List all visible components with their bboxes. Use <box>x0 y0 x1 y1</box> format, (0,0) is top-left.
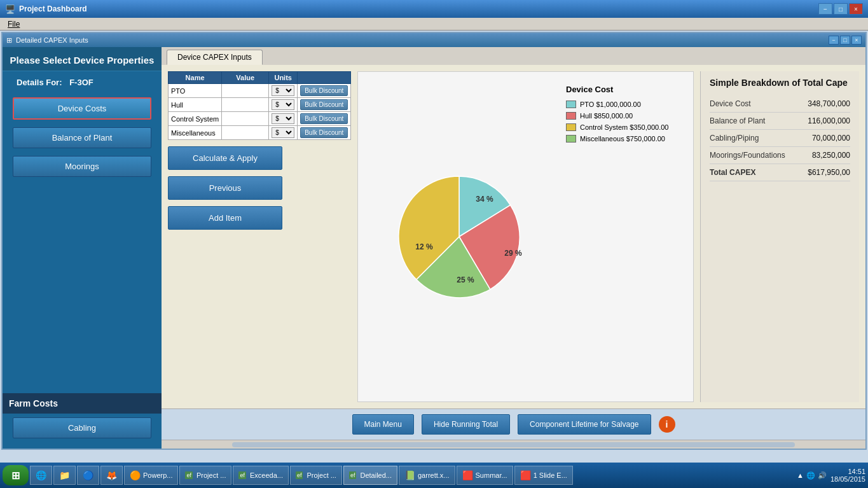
outer-window-title: Project Dashboard <box>19 4 87 13</box>
restore-button[interactable]: □ <box>834 3 848 15</box>
breakdown-label-moorings: Moorings/Foundations <box>710 151 785 160</box>
inner-window: ⊞ Detailed CAPEX Inputs − □ × Please Sel… <box>1 32 867 450</box>
row-name-pto: PTO <box>169 84 222 98</box>
minimize-button[interactable]: − <box>818 3 832 15</box>
bottom-bar: Main Menu Hide Running Total Component L… <box>162 408 865 440</box>
row-name-control: Control System <box>169 112 222 126</box>
capex-table: Name Value Units PTO 1,000,000 <box>168 71 351 140</box>
row-name-hull: Hull <box>169 98 222 112</box>
breakdown-label-cabling: Cabling/Piping <box>710 134 759 143</box>
col-header-name: Name <box>169 72 222 84</box>
farm-costs-label: Farm Costs <box>3 393 162 414</box>
pie-chart: 34 % 29 % 25 % 12 % <box>389 167 529 307</box>
pie-label-pto: 34 % <box>476 195 493 204</box>
outer-window-controls: − □ × <box>818 3 863 15</box>
menu-bar: File <box>0 18 868 31</box>
add-item-button[interactable]: Add Item <box>168 206 282 230</box>
breakdown-row-bop: Balance of Plant 116,000,000 <box>710 113 850 130</box>
legend-item-pto: PTO $1,000,000.00 <box>566 101 680 108</box>
pie-label-hull: 29 % <box>504 249 522 258</box>
inner-minimize-button[interactable]: − <box>829 36 839 45</box>
legend-label-misc: Miscellaneous $750,000.00 <box>580 135 665 143</box>
row-unit-hull[interactable]: $ <box>272 99 294 110</box>
breakdown-label-device: Device Cost <box>710 99 751 108</box>
sidebar-details: Details For: F-3OF <box>3 71 162 94</box>
pie-container: 34 % 29 % 25 % 12 % <box>364 78 553 395</box>
breakdown-row-device: Device Cost 348,700,000 <box>710 95 850 113</box>
main-panel: Name Value Units PTO 1,000,000 <box>162 65 865 408</box>
row-unit-control[interactable]: $ <box>272 113 294 124</box>
close-button[interactable]: × <box>849 3 863 15</box>
calculate-apply-button[interactable]: Calculate & Apply <box>168 146 282 170</box>
legend-item-hull: Hull $850,000.00 <box>566 112 680 120</box>
col-header-value: Value <box>222 72 269 84</box>
breakdown-row-total: Total CAPEX $617,950,00 <box>710 164 850 181</box>
legend-item-misc: Miscellaneous $750,000.00 <box>566 135 680 143</box>
sidebar: Please Select Device Properties Details … <box>3 47 162 449</box>
main-menu-button[interactable]: Main Menu <box>352 414 414 435</box>
inner-close-button[interactable]: × <box>851 36 862 45</box>
tab-bar: Device CAPEX Inputs <box>162 47 865 65</box>
col-header-units: Units <box>269 72 298 84</box>
breakdown-value-moorings: 83,250,000 <box>812 151 850 160</box>
info-button[interactable]: i <box>659 416 675 433</box>
table-row: Miscellaneous 750,000 $ Bulk Discount <box>169 126 351 140</box>
breakdown-title: Simple Breakdown of Total Cape <box>710 78 850 88</box>
row-value-pto[interactable]: 1,000,000 <box>224 87 266 95</box>
breakdown-panel: Simple Breakdown of Total Cape Device Co… <box>700 71 859 402</box>
table-row: Hull 850,000 $ Bulk Discount <box>169 98 351 112</box>
legend-item-control: Control System $350,000.00 <box>566 123 680 131</box>
chart-area: 34 % 29 % 25 % 12 % Device Cost PTO $1,0… <box>357 71 694 402</box>
pie-label-misc: 25 % <box>457 275 474 284</box>
cabling-button[interactable]: Cabling <box>13 417 151 438</box>
main-content: Device CAPEX Inputs Name Value Units <box>162 47 865 449</box>
row-unit-pto[interactable]: $ <box>272 85 294 96</box>
breakdown-value-cabling: 70,000,000 <box>812 134 850 143</box>
outer-title-bar: 🖥️ Project Dashboard − □ × <box>0 0 868 18</box>
app-body: Please Select Device Properties Details … <box>3 47 865 449</box>
breakdown-row-moorings: Moorings/Foundations 83,250,000 <box>710 147 850 164</box>
component-lifetime-button[interactable]: Component Lifetime for Salvage <box>518 414 651 435</box>
hide-running-total-button[interactable]: Hide Running Total <box>422 414 510 435</box>
legend-color-control <box>566 123 576 131</box>
inner-window-title: Detailed CAPEX Inputs <box>16 36 88 44</box>
breakdown-row-cabling: Cabling/Piping 70,000,000 <box>710 130 850 147</box>
legend-panel: Device Cost PTO $1,000,000.00 Hull $850,… <box>560 78 687 395</box>
table-row: PTO 1,000,000 $ Bulk Discount <box>169 84 351 98</box>
bulk-discount-misc[interactable]: Bulk Discount <box>300 127 348 138</box>
col-header-action <box>298 72 351 84</box>
inner-restore-button[interactable]: □ <box>840 36 850 45</box>
sidebar-header: Please Select Device Properties <box>3 47 162 71</box>
table-row: Control System 350,000 $ Bulk Discount <box>169 112 351 126</box>
bulk-discount-control[interactable]: Bulk Discount <box>300 113 348 124</box>
inner-window-controls: − □ × <box>829 36 862 45</box>
breakdown-label-total: Total CAPEX <box>710 168 755 177</box>
previous-button[interactable]: Previous <box>168 176 282 200</box>
bulk-discount-hull[interactable]: Bulk Discount <box>300 99 348 110</box>
legend-title: Device Cost <box>566 85 680 94</box>
row-name-misc: Miscellaneous <box>169 126 222 140</box>
row-value-control[interactable]: 350,000 <box>224 115 266 123</box>
legend-color-pto <box>566 101 576 108</box>
inner-title-bar: ⊞ Detailed CAPEX Inputs − □ × <box>3 33 865 47</box>
breakdown-value-total: $617,950,00 <box>808 168 850 177</box>
device-costs-button[interactable]: Device Costs <box>13 97 151 120</box>
breakdown-value-device: 348,700,000 <box>808 99 850 108</box>
scroll-area[interactable] <box>162 440 865 449</box>
device-capex-tab[interactable]: Device CAPEX Inputs <box>167 50 263 65</box>
balance-of-plant-button[interactable]: Balance of Plant <box>13 127 151 148</box>
row-unit-misc[interactable]: $ <box>272 127 294 138</box>
details-label: Details For: <box>17 78 62 87</box>
menu-file[interactable]: File <box>3 20 25 29</box>
pie-label-control: 12 % <box>415 242 433 251</box>
legend-label-control: Control System $350,000.00 <box>580 123 668 131</box>
row-value-misc[interactable]: 750,000 <box>224 129 266 137</box>
moorings-button[interactable]: Moorings <box>13 156 151 177</box>
bulk-discount-pto[interactable]: Bulk Discount <box>300 85 348 96</box>
legend-label-pto: PTO $1,000,000.00 <box>580 101 641 108</box>
legend-label-hull: Hull $850,000.00 <box>580 112 633 120</box>
inputs-section: Name Value Units PTO 1,000,000 <box>168 71 351 402</box>
row-value-hull[interactable]: 850,000 <box>224 101 266 109</box>
device-name: F-3OF <box>69 78 93 87</box>
legend-color-hull <box>566 112 576 120</box>
